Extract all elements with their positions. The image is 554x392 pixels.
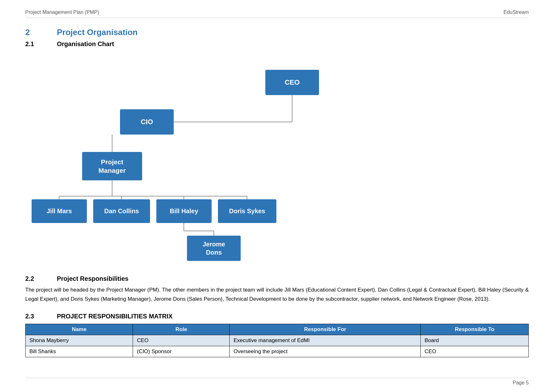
section2-number: 2	[25, 27, 44, 37]
section2-heading: 2 Project Organisation	[25, 27, 529, 37]
table-cell: Bill Shanks	[26, 346, 133, 357]
table-cell: Shona Mayberry	[26, 335, 133, 346]
col-name: Name	[26, 324, 133, 335]
org-node-bill: Bill Haley	[156, 199, 212, 223]
header-left: Project Management Plan (PMP)	[25, 9, 99, 15]
table-row: Bill Shanks(CIO) SponsorOverseeing the p…	[26, 346, 529, 357]
org-chart-container: CEO CIO ProjectManager Jill Mars Dan Col…	[25, 54, 529, 262]
col-resp-to: Responsible To	[421, 324, 529, 335]
org-node-dan: Dan Collins	[93, 199, 150, 223]
section22-number: 2.2	[25, 275, 44, 282]
header-right: EduStream	[503, 9, 529, 15]
org-node-jerome: JeromeDons	[187, 236, 241, 261]
col-role: Role	[133, 324, 230, 335]
org-node-ceo: CEO	[265, 70, 319, 95]
page-number: Page 5	[513, 380, 529, 385]
org-node-doris: Doris Sykes	[218, 199, 276, 223]
section22-title: Project Responsibilities	[57, 275, 129, 282]
table-cell: Executive management of EdMI	[230, 335, 421, 346]
section22-heading: 2.2 Project Responsibilities	[25, 275, 529, 282]
page-header: Project Management Plan (PMP) EduStream	[25, 9, 529, 18]
table-header-row: Name Role Responsible For Responsible To	[26, 324, 529, 335]
section23: 2.3 PROJECT RESPONSIBILITIES MATRIX Name…	[25, 313, 529, 357]
section2-title: Project Organisation	[57, 27, 138, 37]
table-row: Shona MayberryCEOExecutive management of…	[26, 335, 529, 346]
section22: 2.2 Project Responsibilities The project…	[25, 275, 529, 304]
section23-heading: 2.3 PROJECT RESPONSIBILITIES MATRIX	[25, 313, 529, 320]
page-footer: Page 5	[25, 378, 529, 386]
section23-number: 2.3	[25, 313, 44, 320]
org-node-jill: Jill Mars	[32, 199, 87, 223]
table-cell: Overseeing the project	[230, 346, 421, 357]
org-node-cio: CIO	[120, 109, 174, 135]
section21-title: Organisation Chart	[57, 40, 114, 48]
org-chart: CEO CIO ProjectManager Jill Mars Dan Col…	[25, 60, 529, 256]
page: Project Management Plan (PMP) EduStream …	[0, 0, 554, 392]
table-cell: CEO	[133, 335, 230, 346]
responsibilities-table: Name Role Responsible For Responsible To…	[25, 324, 529, 357]
section22-body: The project will be headed by the Projec…	[25, 286, 529, 304]
table-cell: Board	[421, 335, 529, 346]
org-node-pm: ProjectManager	[82, 152, 142, 180]
section21-number: 2.1	[25, 40, 44, 48]
section21-heading: 2.1 Organisation Chart	[25, 40, 529, 48]
table-cell: CEO	[421, 346, 529, 357]
table-cell: (CIO) Sponsor	[133, 346, 230, 357]
col-resp-for: Responsible For	[230, 324, 421, 335]
section23-title: PROJECT RESPONSIBILITIES MATRIX	[57, 313, 172, 320]
